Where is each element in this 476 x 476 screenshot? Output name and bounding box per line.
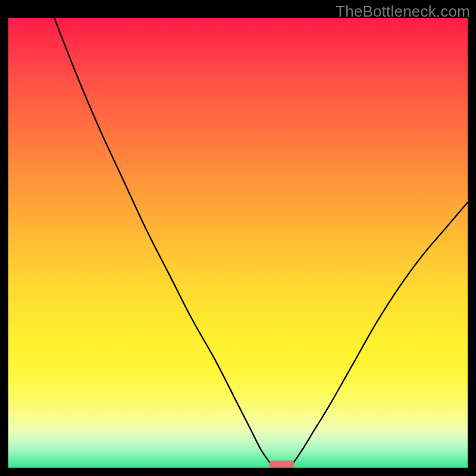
optimum-marker [269, 461, 294, 468]
curve-left-branch [54, 18, 270, 463]
curve-right-branch [293, 202, 468, 463]
watermark-text: TheBottleneck.com [336, 2, 470, 21]
bottleneck-curve [8, 18, 468, 468]
plot-area [8, 18, 468, 468]
chart-frame: TheBottleneck.com [0, 0, 476, 476]
